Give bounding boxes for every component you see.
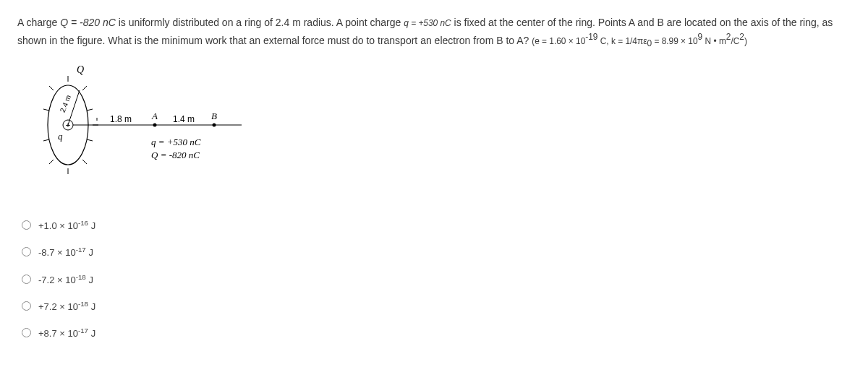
svg-line-1	[82, 86, 87, 90]
option-label: -8.7 × 10-17 J	[38, 246, 93, 258]
radio-icon	[22, 275, 31, 284]
dist2-label: 1.4 m	[173, 114, 195, 124]
radius-line	[68, 90, 80, 125]
opt-unit: J	[86, 248, 93, 259]
svg-line-4	[43, 109, 49, 111]
q-frag: is uniformly distributed on a ring of 2.…	[116, 17, 404, 28]
option-a[interactable]: +1.0 × 10-16 J	[22, 219, 851, 231]
opt-unit: J	[88, 220, 95, 231]
option-label: +1.0 × 10-16 J	[38, 219, 95, 231]
q-frag: /C	[731, 36, 739, 46]
q-frag: C, k = 1/4πε	[597, 36, 647, 46]
radio-icon	[22, 328, 31, 337]
opt-unit: J	[88, 329, 95, 340]
q-frag: Q = -820 nC	[60, 17, 116, 28]
q-frag: (e = 1.60 × 10	[532, 36, 585, 46]
q-frag: -19	[585, 32, 597, 42]
figure: Q + q 2.4 m 1.8 m A 1.4 m B q = +530 nC …	[25, 60, 256, 190]
opt-exp: -18	[78, 300, 88, 308]
radio-icon	[22, 220, 31, 230]
svg-line-6	[43, 139, 49, 141]
q-frag: q = +530 nC	[404, 18, 451, 28]
radius-label: 2.4 m	[59, 94, 73, 113]
opt-exp: -18	[76, 273, 86, 281]
q-frag: shown in the figure. What is the minimum…	[17, 35, 532, 46]
svg-line-2	[49, 86, 54, 90]
svg-line-8	[49, 160, 54, 164]
q-frag: )	[744, 36, 747, 46]
option-c[interactable]: -7.2 × 10-18 J	[22, 273, 851, 285]
opt-unit: J	[86, 275, 93, 285]
opt-pre: +1.0 × 10	[38, 220, 78, 231]
q-frag: is fixed at the center of the ring. Poin…	[451, 17, 833, 28]
option-d[interactable]: +7.2 × 10-18 J	[22, 300, 851, 312]
opt-exp: -16	[78, 219, 88, 227]
svg-line-3	[87, 109, 93, 111]
opt-pre: -7.2 × 10	[38, 275, 76, 285]
opt-pre: +8.7 × 10	[38, 329, 78, 340]
opt-pre: -8.7 × 10	[38, 248, 76, 259]
svg-line-7	[82, 160, 87, 164]
opt-exp: -17	[78, 327, 88, 334]
figure-svg: Q + q 2.4 m 1.8 m A 1.4 m B q = +530 nC …	[25, 60, 256, 190]
dist1-label: 1.8 m	[110, 114, 132, 124]
a-label: A	[151, 111, 158, 121]
eq1: q = +530 nC	[151, 137, 201, 147]
radio-icon	[22, 247, 31, 256]
option-b[interactable]: -8.7 × 10-17 J	[22, 246, 851, 258]
option-label: -7.2 × 10-18 J	[38, 273, 93, 285]
eq2: Q = -820 nC	[151, 150, 200, 160]
q-big-label: Q	[77, 64, 84, 75]
answer-options: +1.0 × 10-16 J -8.7 × 10-17 J -7.2 × 10-…	[22, 219, 851, 340]
radio-icon	[22, 301, 31, 311]
q-frag: A charge	[17, 17, 60, 28]
opt-exp: -17	[76, 246, 86, 254]
q-small-label: q	[58, 131, 63, 142]
q-frag: 2	[739, 32, 744, 42]
opt-pre: +7.2 × 10	[38, 301, 78, 312]
option-label: +8.7 × 10-17 J	[38, 327, 95, 339]
point-a	[153, 123, 157, 126]
q-frag: = 8.99 × 10	[652, 36, 697, 46]
point-b	[213, 123, 216, 126]
option-e[interactable]: +8.7 × 10-17 J	[22, 327, 851, 339]
option-label: +7.2 × 10-18 J	[38, 300, 95, 312]
opt-unit: J	[88, 301, 95, 312]
b-label: B	[211, 111, 217, 121]
question-text: A charge Q = -820 nC is uniformly distri…	[17, 14, 851, 51]
q-frag: N • m	[702, 36, 726, 46]
svg-line-5	[87, 139, 93, 141]
